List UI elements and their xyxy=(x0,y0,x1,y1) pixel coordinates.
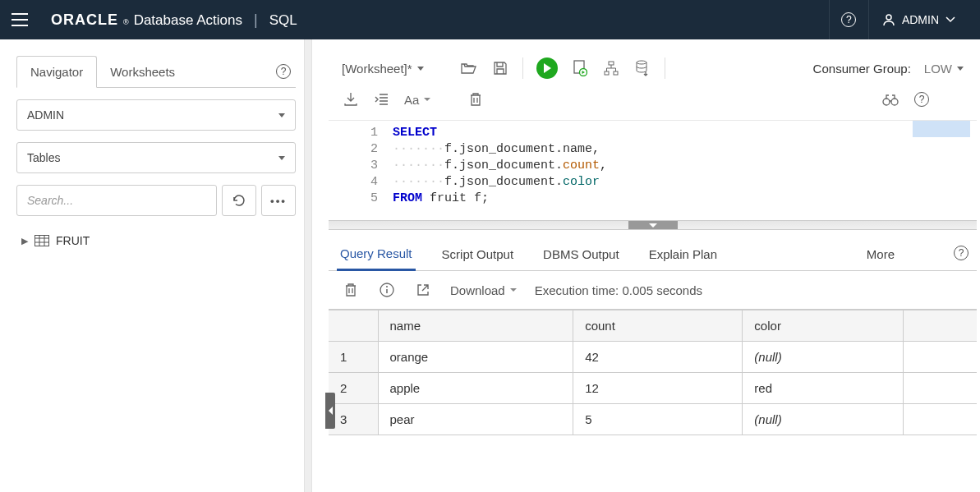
open-button[interactable] xyxy=(460,59,478,77)
format-button[interactable] xyxy=(373,90,391,108)
tab-query-result[interactable]: Query Result xyxy=(337,240,416,271)
open-new-button[interactable] xyxy=(414,281,432,299)
chevron-down-icon xyxy=(278,113,285,117)
horizontal-splitter[interactable] xyxy=(329,220,977,230)
save-button[interactable] xyxy=(491,59,509,77)
hierarchy-icon xyxy=(604,61,619,76)
chevron-down-icon xyxy=(424,98,430,101)
execution-time: Execution time: 0.005 seconds xyxy=(535,283,702,297)
chevron-down-icon xyxy=(957,67,964,71)
tab-navigator[interactable]: Navigator xyxy=(16,56,97,88)
svg-point-12 xyxy=(883,99,890,105)
row-number: 3 xyxy=(329,404,378,435)
font-size-menu[interactable]: Aa xyxy=(404,93,430,107)
info-button[interactable] xyxy=(378,281,396,299)
search-input[interactable] xyxy=(16,185,217,216)
help-icon[interactable]: ? xyxy=(914,92,929,107)
indent-icon xyxy=(375,93,389,106)
table-row[interactable]: 2apple12red xyxy=(329,373,977,404)
table-row[interactable]: 1orange42(null) xyxy=(329,342,977,373)
autotrace-button[interactable] xyxy=(633,59,651,77)
svg-point-15 xyxy=(386,286,388,287)
column-header[interactable]: count xyxy=(573,310,743,342)
vertical-splitter[interactable] xyxy=(304,39,312,492)
chevron-down-icon xyxy=(945,16,955,23)
cell[interactable]: orange xyxy=(378,342,573,373)
download-label: Download xyxy=(450,283,505,297)
tab-explain-plan[interactable]: Explain Plan xyxy=(646,241,720,269)
collapse-left-handle[interactable] xyxy=(325,393,335,429)
schema-value: ADMIN xyxy=(27,108,64,122)
run-button[interactable] xyxy=(536,57,558,79)
brand-oracle: ORACLE xyxy=(51,11,118,29)
tree-item-fruit[interactable]: ▶ FRUIT xyxy=(16,231,296,251)
brand: ORACLE ® Database Actions | SQL xyxy=(51,11,297,29)
consumer-group-select[interactable]: LOW xyxy=(924,62,964,76)
svg-point-13 xyxy=(891,99,898,105)
delete-row-button[interactable] xyxy=(342,281,360,299)
svg-rect-1 xyxy=(35,236,49,246)
cell[interactable]: red xyxy=(743,373,904,404)
worksheet-menu[interactable]: [Worksheet]* xyxy=(342,62,424,76)
run-script-icon xyxy=(573,60,587,76)
font-label: Aa xyxy=(404,93,419,107)
svg-rect-10 xyxy=(614,71,618,75)
cell[interactable]: apple xyxy=(378,373,573,404)
chevron-down-icon xyxy=(510,288,517,292)
cell[interactable]: 12 xyxy=(573,373,743,404)
column-header[interactable]: name xyxy=(378,310,573,342)
run-script-button[interactable] xyxy=(571,59,589,77)
chevron-down-icon xyxy=(278,156,285,160)
navigator-panel: Navigator Worksheets ? ADMIN Tables ••• xyxy=(0,39,304,492)
svg-rect-8 xyxy=(609,62,614,65)
dots-icon: ••• xyxy=(270,195,287,207)
editor-panel: [Worksheet]* xyxy=(325,39,980,492)
column-header[interactable]: color xyxy=(743,310,904,342)
trash-icon xyxy=(469,92,482,107)
menu-toggle[interactable] xyxy=(12,13,28,26)
help-button[interactable]: ? xyxy=(829,0,868,39)
table-icon xyxy=(35,235,49,246)
help-icon: ? xyxy=(841,12,856,27)
explain-plan-button[interactable] xyxy=(602,59,620,77)
worksheet-name: [Worksheet]* xyxy=(342,62,412,76)
tab-dbms-output[interactable]: DBMS Output xyxy=(540,241,623,269)
cell[interactable]: pear xyxy=(378,404,573,435)
refresh-button[interactable] xyxy=(222,185,256,216)
tab-worksheets[interactable]: Worksheets xyxy=(97,57,188,87)
consumer-group-label: Consumer Group: xyxy=(813,62,911,76)
schema-select[interactable]: ADMIN xyxy=(16,99,296,131)
user-icon xyxy=(882,13,895,26)
clear-button[interactable] xyxy=(467,90,485,108)
svg-point-0 xyxy=(886,15,891,20)
table-row[interactable]: 3pear5(null) xyxy=(329,404,977,435)
row-number: 2 xyxy=(329,373,378,404)
user-menu[interactable]: ADMIN xyxy=(868,0,968,39)
download-menu[interactable]: Download xyxy=(450,283,517,297)
binoculars-icon xyxy=(882,93,899,106)
line-gutter: 1 2 3 4 5 xyxy=(329,121,389,220)
object-type-select[interactable]: Tables xyxy=(16,142,296,173)
svg-rect-9 xyxy=(605,71,609,75)
code-area[interactable]: SELECT ·······f.json_document.name, ····… xyxy=(389,121,977,220)
more-button[interactable]: ••• xyxy=(261,185,296,216)
open-external-icon xyxy=(416,283,430,297)
sql-editor[interactable]: 1 2 3 4 5 SELECT ·······f.json_document.… xyxy=(329,120,977,220)
tab-more[interactable]: More xyxy=(863,241,898,269)
row-number-header xyxy=(329,310,378,342)
brand-sql: SQL xyxy=(269,12,297,29)
download-editor-button[interactable] xyxy=(342,90,360,108)
find-button[interactable] xyxy=(881,90,899,108)
cell[interactable]: (null) xyxy=(743,342,904,373)
minimap[interactable] xyxy=(913,121,970,137)
cell[interactable]: 5 xyxy=(573,404,743,435)
cell[interactable]: (null) xyxy=(743,404,904,435)
database-icon xyxy=(635,60,650,76)
help-icon[interactable]: ? xyxy=(954,246,968,260)
trash-icon xyxy=(344,283,357,297)
cell[interactable]: 42 xyxy=(573,342,743,373)
user-name: ADMIN xyxy=(902,13,939,26)
help-icon[interactable]: ? xyxy=(276,64,291,79)
tab-script-output[interactable]: Script Output xyxy=(439,241,518,269)
consumer-group-value: LOW xyxy=(924,62,952,76)
